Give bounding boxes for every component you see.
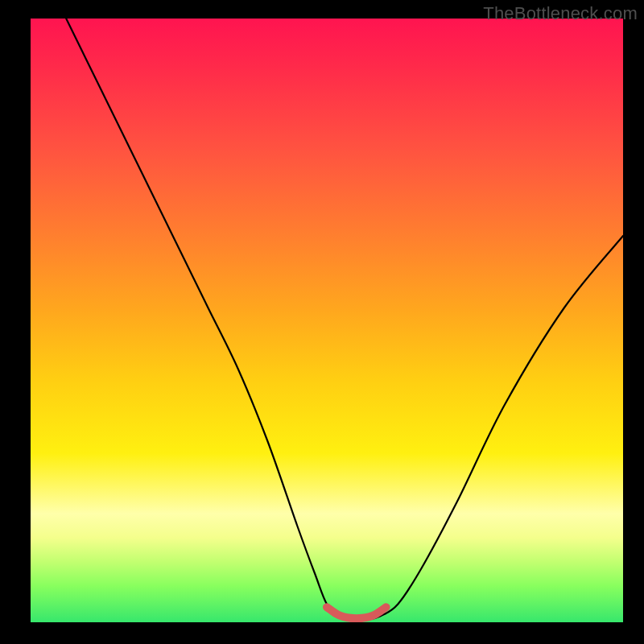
chart-frame: TheBottleneck.com xyxy=(0,0,644,644)
plot-area xyxy=(31,19,623,622)
trough-highlight-path xyxy=(327,607,386,618)
curve-path xyxy=(66,19,623,620)
watermark-text: TheBottleneck.com xyxy=(483,3,638,24)
chart-svg xyxy=(31,19,623,622)
